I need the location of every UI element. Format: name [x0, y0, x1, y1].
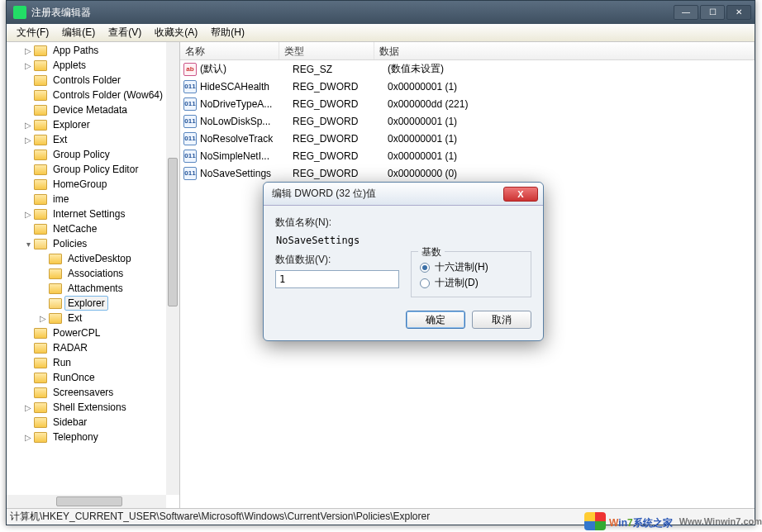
- tree-item[interactable]: Attachments: [7, 281, 166, 296]
- value-type: REG_DWORD: [293, 81, 388, 93]
- tree-label: ActiveDesktop: [64, 251, 135, 266]
- dialog-close-button[interactable]: X: [503, 187, 538, 202]
- radio-dec-row[interactable]: 十进制(D): [420, 276, 522, 290]
- expander-icon[interactable]: ▷: [23, 121, 33, 130]
- tree-item[interactable]: RADAR: [7, 340, 166, 355]
- tree-item[interactable]: ime: [7, 192, 166, 207]
- value-data-input[interactable]: [275, 270, 399, 288]
- tree-label: Shell Extensions: [50, 400, 130, 415]
- expander-icon[interactable]: ▷: [23, 403, 33, 412]
- tree-item[interactable]: Screensavers: [7, 385, 166, 400]
- folder-icon: [34, 373, 47, 383]
- tree-item[interactable]: Group Policy: [7, 147, 166, 162]
- value-type: REG_DWORD: [293, 150, 388, 162]
- folder-icon: [34, 358, 47, 368]
- expander-icon[interactable]: ▾: [23, 240, 33, 249]
- tree-item[interactable]: ▷Internet Settings: [7, 207, 166, 221]
- value-data: 0x00000001 (1): [388, 133, 751, 145]
- value-type: REG_DWORD: [293, 116, 388, 127]
- tree-label: RunOnce: [50, 370, 98, 385]
- radio-dec-label: 十进制(D): [435, 276, 479, 290]
- tree-item[interactable]: PowerCPL: [7, 325, 166, 340]
- tree-item[interactable]: Run: [7, 355, 166, 370]
- tree-label: Sidebar: [50, 415, 90, 430]
- folder-icon: [49, 298, 62, 309]
- folder-icon: [34, 402, 47, 413]
- minimize-button[interactable]: —: [674, 5, 698, 20]
- tree-label: Telephony: [50, 430, 102, 444]
- radio-hex-row[interactable]: 十六进制(H): [420, 260, 522, 274]
- tree-label: Device Metadata: [50, 102, 131, 117]
- radio-dec[interactable]: [420, 278, 430, 288]
- tree-item[interactable]: ▷App Paths: [7, 43, 166, 58]
- tree-label: Applets: [50, 58, 89, 73]
- maximize-button[interactable]: ☐: [700, 5, 725, 20]
- column-name[interactable]: 名称: [180, 42, 279, 59]
- tree-label: ime: [50, 192, 72, 207]
- tree-item[interactable]: ▾Policies: [7, 236, 166, 251]
- tree-item[interactable]: Controls Folder (Wow64): [7, 88, 166, 102]
- tree-item[interactable]: ▷Explorer: [7, 117, 166, 132]
- column-type[interactable]: 类型: [279, 42, 374, 59]
- tree-item[interactable]: RunOnce: [7, 370, 166, 385]
- tree-item[interactable]: HomeGroup: [7, 177, 166, 192]
- tree-item[interactable]: Associations: [7, 266, 166, 281]
- tree-item[interactable]: ▷Shell Extensions: [7, 400, 166, 415]
- tree-label: NetCache: [50, 221, 100, 236]
- list-row[interactable]: 011NoResolveTrackREG_DWORD0x00000001 (1): [180, 130, 755, 147]
- value-type-icon: ab: [183, 63, 197, 76]
- folder-icon: [34, 164, 47, 175]
- titlebar[interactable]: 注册表编辑器 — ☐ ✕: [7, 1, 755, 24]
- tree-item[interactable]: NetCache: [7, 221, 166, 236]
- tree-item[interactable]: Sidebar: [7, 415, 166, 430]
- cancel-button[interactable]: 取消: [472, 311, 531, 329]
- close-button[interactable]: ✕: [726, 5, 751, 20]
- tree-item[interactable]: ▷Applets: [7, 58, 166, 73]
- tree-item[interactable]: Device Metadata: [7, 102, 166, 117]
- list-row[interactable]: ab(默认)REG_SZ(数值未设置): [180, 60, 755, 78]
- menu-file[interactable]: 文件(F): [10, 24, 55, 41]
- tree-item[interactable]: ▷Telephony: [7, 430, 166, 444]
- column-data[interactable]: 数据: [374, 42, 755, 59]
- folder-icon: [34, 60, 47, 71]
- tree-item[interactable]: ▷Ext: [7, 311, 166, 325]
- tree-horizontal-scrollbar[interactable]: [7, 495, 166, 508]
- expander-icon[interactable]: ▷: [23, 46, 33, 55]
- menu-view[interactable]: 查看(V): [102, 24, 148, 41]
- ok-button[interactable]: 确定: [406, 311, 465, 329]
- tree-item[interactable]: ▷Ext: [7, 132, 166, 147]
- value-data: 0x00000001 (1): [388, 150, 751, 162]
- list-row[interactable]: 011HideSCAHealthREG_DWORD0x00000001 (1): [180, 78, 755, 95]
- tree-item[interactable]: Group Policy Editor: [7, 162, 166, 177]
- tree-item[interactable]: Explorer: [7, 296, 166, 311]
- value-type-icon: 011: [183, 132, 197, 145]
- value-data: (数值未设置): [388, 62, 751, 76]
- expander-icon[interactable]: ▷: [23, 135, 33, 145]
- value-type: REG_SZ: [293, 64, 388, 75]
- folder-icon: [34, 90, 47, 101]
- list-row[interactable]: 011NoLowDiskSp...REG_DWORD0x00000001 (1): [180, 112, 755, 130]
- value-type: REG_DWORD: [293, 133, 388, 145]
- list-row[interactable]: 011NoSimpleNetI...REG_DWORD0x00000001 (1…: [180, 147, 755, 164]
- dialog-titlebar[interactable]: 编辑 DWORD (32 位)值 X: [264, 183, 543, 206]
- menu-favorites[interactable]: 收藏夹(A): [148, 24, 204, 41]
- expander-icon[interactable]: ▷: [23, 433, 33, 442]
- tree-label: HomeGroup: [50, 177, 110, 192]
- expander-icon[interactable]: ▷: [23, 210, 33, 219]
- radio-hex[interactable]: [420, 263, 430, 273]
- menu-edit[interactable]: 编辑(E): [55, 24, 102, 41]
- tree-label: Ext: [50, 132, 70, 147]
- tree-vertical-scrollbar[interactable]: [166, 42, 179, 495]
- folder-icon: [34, 209, 47, 220]
- list-row[interactable]: 011NoSaveSettingsREG_DWORD0x00000000 (0): [180, 164, 755, 182]
- folder-icon: [34, 179, 47, 190]
- menu-help[interactable]: 帮助(H): [204, 24, 251, 41]
- tree-item[interactable]: ActiveDesktop: [7, 251, 166, 266]
- expander-icon[interactable]: ▷: [23, 61, 33, 70]
- tree-label: PowerCPL: [50, 325, 103, 340]
- tree-item[interactable]: Controls Folder: [7, 73, 166, 88]
- expander-icon[interactable]: ▷: [38, 314, 48, 323]
- tree-pane: ▷App Paths▷AppletsControls FolderControl…: [7, 42, 180, 508]
- list-row[interactable]: 011NoDriveTypeA...REG_DWORD0x000000dd (2…: [180, 95, 755, 112]
- folder-icon: [34, 239, 47, 249]
